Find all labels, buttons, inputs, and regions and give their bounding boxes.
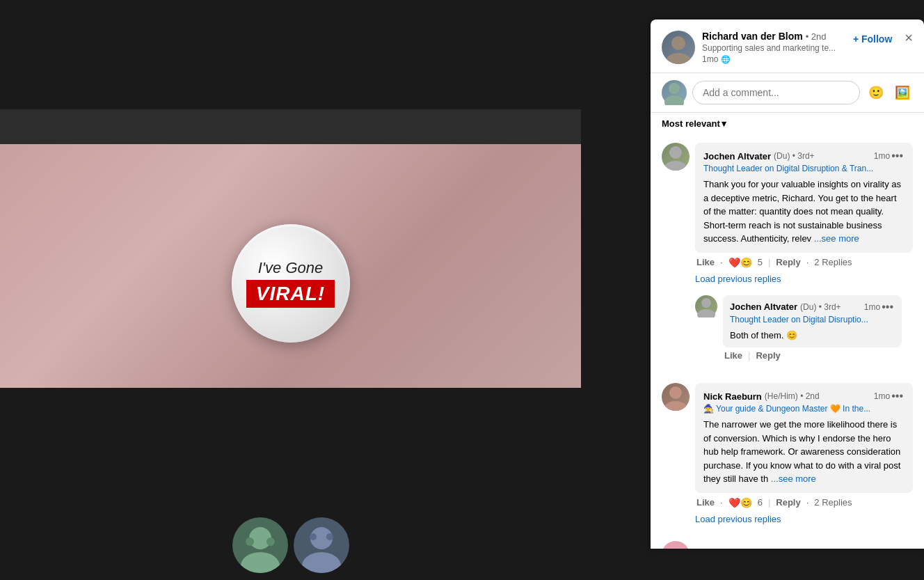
- svg-point-18: [669, 386, 682, 399]
- comment-content: Jochen Altvater (Du) • 3rd+ 1mo ••• Thou…: [695, 143, 913, 366]
- comment-item-2: Nick Raeburn (He/Him) • 2nd 1mo ••• 🧙 Yo…: [651, 375, 924, 535]
- reply-author-name: Jochen Altvater: [730, 301, 797, 312]
- reply-author-tagline: Thought Leader on Digital Disruptio...: [730, 315, 895, 324]
- current-user-avatar: [662, 80, 687, 105]
- svg-point-19: [664, 401, 687, 411]
- sort-dropdown[interactable]: Most relevant ▾: [662, 118, 726, 129]
- panel-author-time: 1mo 🌐: [702, 54, 846, 64]
- svg-point-5: [266, 538, 275, 546]
- comment-input[interactable]: [692, 81, 860, 104]
- like-button[interactable]: Like: [696, 257, 715, 267]
- svg-point-11: [666, 53, 691, 64]
- comment-bubble: Jochen Altvater (Du) • 3rd+ 1mo ••• Thou…: [695, 143, 913, 253]
- dark-overlay-bottom: [0, 388, 581, 580]
- svg-point-7: [302, 552, 341, 573]
- comment-author-name-2: Nick Raeburn: [703, 391, 762, 402]
- comment-actions-2: Like · ❤️😊 6 | Reply · 2 Replies: [695, 497, 913, 508]
- viral-badge: I've Gone VIRAL!: [232, 224, 350, 343]
- svg-point-13: [664, 95, 684, 105]
- reaction-emoji: ❤️😊: [728, 257, 752, 268]
- svg-point-15: [664, 161, 687, 171]
- comment-author-tagline-2: 🧙 Your guide & Dungeon Master 🧡 In the..…: [703, 404, 905, 414]
- svg-point-4: [246, 538, 254, 546]
- reaction-emoji-2: ❤️😊: [728, 497, 752, 508]
- see-more-button[interactable]: ...see more: [814, 233, 859, 244]
- bottom-avatars: [232, 517, 349, 573]
- reply-author-degree: (Du) • 3rd+: [800, 302, 841, 312]
- comment-author-degree-2: (He/Him) • 2nd: [765, 391, 820, 401]
- globe-icon: 🌐: [721, 55, 731, 64]
- comment-author-tagline: Thought Leader on Digital Disruption & T…: [703, 164, 905, 173]
- close-button[interactable]: ×: [899, 31, 913, 45]
- comment-author-row-2: Nick Raeburn (He/Him) • 2nd 1mo •••: [703, 390, 905, 402]
- sort-arrow: ▾: [722, 118, 726, 129]
- reaction-count: 5: [758, 257, 763, 267]
- reply-author-avatar[interactable]: [695, 295, 717, 318]
- comment-author-avatar[interactable]: [662, 143, 690, 171]
- next-comment-preview: [651, 535, 924, 549]
- reply-bubble: Jochen Altvater (Du) • 3rd+ 1mo ••• Thou…: [723, 295, 902, 348]
- sort-bar: Most relevant ▾: [651, 113, 924, 134]
- comment-input-area: 🙂 🖼️: [651, 73, 924, 113]
- comment-actions: Like · ❤️😊 5 | Reply · 2 Replies: [695, 257, 913, 268]
- svg-point-10: [671, 36, 685, 50]
- reply-count-button[interactable]: 2 Replies: [814, 257, 852, 267]
- comments-panel: Richard van der Blom • 2nd Supporting sa…: [651, 19, 924, 549]
- svg-point-9: [326, 533, 333, 540]
- sort-label: Most relevant: [662, 118, 720, 129]
- comment-author-degree: (Du) • 3rd+: [774, 151, 815, 161]
- reply-reply-button[interactable]: Reply: [756, 350, 780, 361]
- bottom-avatar-1: [232, 517, 288, 573]
- panel-header: Richard van der Blom • 2nd Supporting sa…: [651, 19, 924, 73]
- svg-point-14: [669, 146, 682, 159]
- comments-list: Jochen Altvater (Du) • 3rd+ 1mo ••• Thou…: [651, 134, 924, 549]
- reply-author-row: Jochen Altvater (Du) • 3rd+ 1mo •••: [730, 301, 895, 313]
- comment-text-2: The narrower we get the more likelihood …: [703, 418, 905, 486]
- load-previous-replies-button[interactable]: Load previous replies: [695, 271, 781, 287]
- reply-actions: Like | Reply: [723, 350, 902, 361]
- comment-content-2: Nick Raeburn (He/Him) • 2nd 1mo ••• 🧙 Yo…: [695, 383, 913, 527]
- load-previous-replies-button-2[interactable]: Load previous replies: [695, 511, 781, 527]
- reply-button-2[interactable]: Reply: [776, 497, 800, 508]
- reply-like-button[interactable]: Like: [724, 350, 742, 361]
- comment-author-name: Jochen Altvater: [703, 151, 771, 162]
- comment-more-button-2[interactable]: •••: [890, 390, 905, 402]
- panel-author-info: Richard van der Blom • 2nd Supporting sa…: [702, 31, 846, 64]
- svg-point-12: [669, 83, 680, 94]
- post-background: Richard van der Blom 2nd + Follow ••• I'…: [0, 0, 581, 580]
- comment-item: Jochen Altvater (Du) • 3rd+ 1mo ••• Thou…: [651, 134, 924, 375]
- image-button[interactable]: 🖼️: [892, 82, 913, 103]
- next-comment-avatar: [662, 541, 690, 549]
- comment-time: 1mo: [874, 151, 890, 161]
- viral-text-top: I've Gone: [258, 259, 323, 277]
- panel-author-tagline: Supporting sales and marketing te...: [702, 43, 846, 53]
- reply-text: Both of them. 😊: [730, 329, 895, 343]
- panel-author-avatar[interactable]: [662, 31, 695, 64]
- comment-more-button[interactable]: •••: [890, 150, 905, 162]
- reply-button[interactable]: Reply: [776, 257, 800, 267]
- svg-point-8: [310, 533, 317, 540]
- dark-overlay-top: [0, 0, 581, 109]
- comment-time-2: 1mo: [874, 391, 890, 401]
- reply-count-button-2[interactable]: 2 Replies: [814, 497, 852, 508]
- post-image: I've Gone VIRAL!: [0, 144, 581, 423]
- panel-author-name[interactable]: Richard van der Blom: [702, 31, 803, 42]
- panel-author-degree: • 2nd: [806, 31, 827, 42]
- svg-point-3: [241, 552, 280, 573]
- comment-author-avatar-2[interactable]: [662, 383, 690, 411]
- comment-bubble-2: Nick Raeburn (He/Him) • 2nd 1mo ••• 🧙 Yo…: [695, 383, 913, 493]
- svg-point-2: [249, 527, 271, 549]
- reply-more-button[interactable]: •••: [880, 301, 895, 313]
- svg-point-16: [701, 298, 711, 308]
- emoji-button[interactable]: 🙂: [866, 82, 886, 103]
- comment-author-row: Jochen Altvater (Du) • 3rd+ 1mo •••: [703, 150, 905, 162]
- reply-content: Jochen Altvater (Du) • 3rd+ 1mo ••• Thou…: [723, 295, 902, 361]
- reply-item: Jochen Altvater (Du) • 3rd+ 1mo ••• Thou…: [695, 290, 913, 367]
- see-more-button-2[interactable]: ...see more: [771, 473, 816, 484]
- panel-follow-button[interactable]: + Follow: [853, 31, 892, 45]
- svg-point-17: [697, 309, 715, 318]
- reply-time: 1mo: [864, 302, 880, 312]
- bottom-avatar-2: [294, 517, 349, 573]
- like-button-2[interactable]: Like: [696, 497, 715, 508]
- reaction-count-2: 6: [758, 497, 763, 508]
